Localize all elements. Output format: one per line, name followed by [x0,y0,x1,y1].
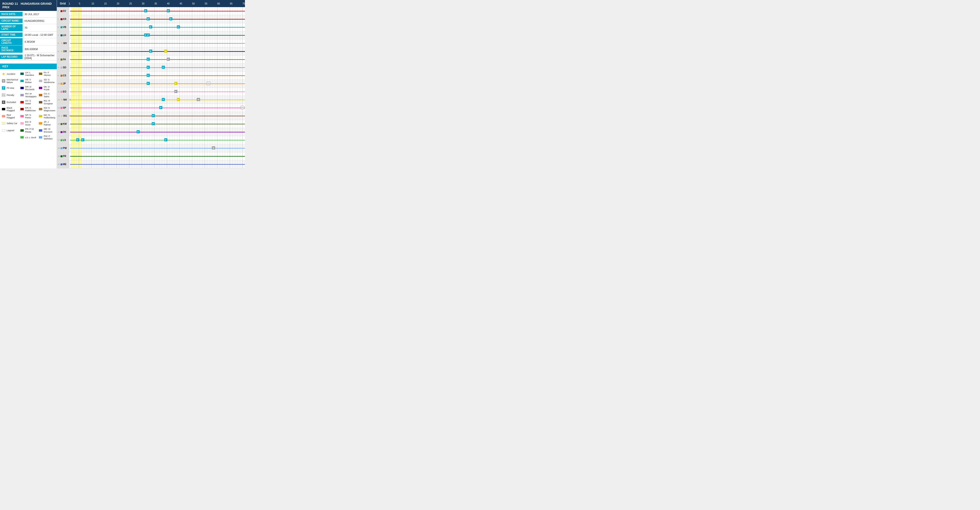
driver-badge-PW [60,147,62,149]
driver-code-SD: SD [63,66,66,69]
pos-num-DK: 16 [58,131,60,133]
dr-color-icon [20,86,24,90]
lap-marker-45: 45 [180,2,182,5]
vb-label: VB: V Bottas [25,78,37,84]
cs-color-icon [38,94,43,97]
driver-code-KR: KR [63,18,66,21]
row-left-SV: 1SV [57,7,69,15]
track-cell-EO [69,88,245,95]
driver-code-NH: NH [64,99,67,101]
pos-num-EO: 11 [58,91,60,93]
key-safetycar: Safety Car [2,121,18,126]
pw-label: PW: P Wehrlein [44,135,55,140]
redflag-label: Red Flagged [6,114,18,119]
lap-numbers-header: 1510152025303540455055606570 [69,0,245,7]
driver-badge-KM [60,123,62,125]
race-row-DK: 16DK [57,128,245,136]
pos-num-MV: 5 [58,42,60,44]
lap-marker-70: 70 [242,2,245,5]
driver-badge-MV: ★ [60,42,63,44]
key-header: KEY [0,64,57,69]
circuit-name-value: HUNGARORING [22,19,46,23]
sv-label: SV: S Vettel [25,99,37,105]
driver-badge-LS [60,139,62,141]
row-left-DR: 6★DR [57,48,69,55]
race-date-value: 30 JUL 2017 [22,12,41,17]
pos-num-VB: 3 [58,26,60,28]
left-panel: ROUND 11 HUNGARIAN GRAND PRIX RACE DATE:… [0,0,57,168]
race-row-EO: 11EO [57,88,245,96]
key-ls: LS: L Stroll [20,135,37,140]
jp-label: JP: J Palmer [44,121,55,126]
row-left-SP: 13SP [57,104,69,112]
mechanical-icon: M [2,79,6,83]
lap-marker-50: 50 [192,2,195,5]
key-nh: NH: N Hulkenberg [38,114,55,119]
track-cell-KR [69,15,245,23]
rg-label: RG: R Grosjean [44,99,55,105]
pos-num-NH: 12 [58,99,60,101]
key-eo: EO: E Ocon [20,121,37,126]
row-left-CS: 9CS [57,71,69,79]
eo-color-icon [20,122,24,125]
round-header: ROUND 11 HUNGARIAN GRAND PRIX [0,0,57,11]
track-cell-DK [69,128,245,136]
driver-code-SP: SP [63,106,66,109]
ls-label: LS: L Stroll [25,136,36,139]
row-left-ME: 20ME [57,160,69,168]
key-vb: VB: V Bottas [20,78,37,84]
row-left-VB: 3VB [57,23,69,31]
key-lapped: Lapped [2,128,18,133]
row-left-EO: 11EO [57,88,69,95]
driver-code-LH: LH [63,34,66,37]
key-excluded: E Excluded [2,99,18,105]
sp-label: SP: S Perez [25,114,37,119]
circuit-length-row: CIRCUIT LENGTH: 4.381KM [0,38,57,46]
race-row-PW: 18PW [57,144,245,152]
num-laps-value: 70 [22,25,29,30]
key-dr: DR: D Ricciardo [20,86,37,91]
pos-num-SV: 1 [58,10,60,12]
circuit-length-value: 4.381KM [22,40,37,44]
pos-num-RG: 14 [58,115,60,117]
vb-color-icon [20,79,24,83]
lapped-label: Lapped [6,129,14,132]
redflag-icon [2,114,6,118]
rg-color-icon [38,100,43,104]
lapped-icon [2,129,6,132]
track-cell-SP [69,104,245,112]
driver-code-SV: SV [63,10,66,12]
driver-code-ME: ME [63,163,67,165]
driver-badge-JP [60,83,62,85]
grid-header-label: Grid [57,0,69,7]
key-penalty: Pe Penalty [2,92,18,98]
driver-badge-ME [60,164,62,165]
lap-marker-65: 65 [230,2,232,5]
driver-code-PW: PW [63,147,67,149]
pos-num-CS: 9 [58,75,60,76]
race-row-DR: 6★DR [57,48,245,56]
circuit-length-label: CIRCUIT LENGTH: [0,38,22,45]
lh-color-icon [20,72,24,75]
penalty-label: Penalty [6,94,14,96]
pos-num-KR: 2 [58,18,60,20]
eo-label: EO: E Ocon [25,121,37,126]
cs-label: CS: C Sainz [44,92,55,98]
row-left-MV: 5★MV [57,40,69,47]
pos-num-SP: 13 [58,107,60,109]
driver-code-DR: DR [64,50,67,52]
row-left-JP: 10JP [57,80,69,87]
key-mechanical: M Mechanical failure [2,78,18,84]
lap-record-label: LAP RECORD: [0,54,22,59]
lap-marker-60: 60 [217,2,220,5]
key-lh: LH: L Hamilton [20,71,37,76]
driver-badge-LH [60,34,62,36]
key-sv: SV: S Vettel [20,99,37,105]
row-left-LS: 17LS [57,136,69,144]
race-row-VB: 3VB [57,23,245,31]
row-left-PR: 19PR [57,152,69,160]
track-cell-PW [69,144,245,152]
driver-badge-SV [60,10,62,12]
key-pw: PW: P Wehrlein [38,135,55,140]
excluded-label: Excluded [6,101,16,103]
